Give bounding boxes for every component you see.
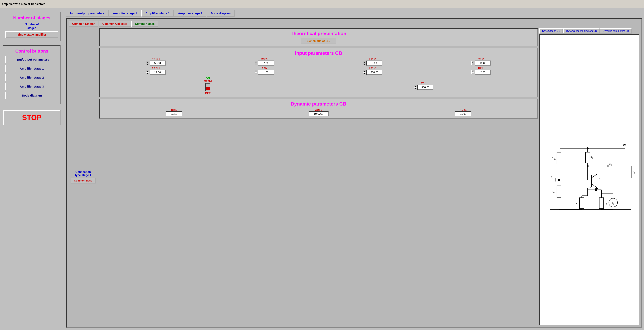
connection-value[interactable]: Common Base [70,178,96,184]
svg-text:C2: C2 [609,163,612,166]
param-h21b1-label: h21b1 [369,67,376,70]
input-params-title: Input parameters CB [102,50,534,56]
param-h11b1-label: h11b1 [369,57,376,60]
ftb1-down[interactable]: ▼ [414,87,417,89]
rb2b1-down[interactable]: ▼ [146,72,149,74]
h21b1-down[interactable]: ▼ [363,72,366,74]
rob1-input[interactable] [455,111,471,116]
svg-rect-37 [557,186,561,198]
param-rb2b1: RB2b1 ▲ ▼ [102,67,209,75]
center-area: Connectiontype stage 1 Common Base Theor… [68,28,538,326]
h21b1-input[interactable] [366,70,382,75]
param-rb2b1-label: RB2b1 [152,67,160,70]
h11b1-input[interactable] [366,60,382,65]
params-row2: RB2b1 ▲ ▼ [102,67,534,75]
rinb-input[interactable] [475,70,491,75]
svg-rect-41 [580,198,584,209]
tab-common-collector[interactable]: Common Collector [99,21,131,27]
h11b1-up[interactable]: ▲ [363,61,366,63]
toggle-switch[interactable] [206,83,210,91]
single-stage-button[interactable]: Single stage amplifier [6,31,58,38]
input-params-section: Input parameters CB RB1b1 ▲ ▼ [99,48,538,97]
tab-bode[interactable]: Bode diagram [206,10,234,16]
ftb1-input[interactable] [418,85,434,90]
rsb1-up[interactable]: ▲ [472,61,474,63]
tab-amp-stage2[interactable]: Amplifier stage 2 [142,10,174,16]
btn-amp-stage1[interactable]: Amplifier stage 1 [6,65,58,72]
rinb-up[interactable]: ▲ [472,70,474,72]
aub1-input[interactable] [308,111,328,116]
stop-button[interactable]: STOP [3,110,60,125]
switch-name: SWBb1 [204,80,212,83]
switch-row: ON SWBb1 OFF FTb1 [102,77,534,95]
btn-amp-stage2[interactable]: Amplifier stage 2 [6,74,58,81]
param-rb1b1-label: RB1b1 [152,57,160,60]
h11b1-down[interactable]: ▼ [363,63,366,65]
svg-point-64 [586,147,588,149]
rb1b1-down[interactable]: ▼ [146,63,149,65]
number-of-stages-title: Number of stages [6,15,58,20]
svg-text:RS: RS [632,171,635,174]
tab-amp-stage3[interactable]: Amplifier stage 3 [174,10,206,16]
btn-bode[interactable]: Bode diagram [6,92,58,99]
svg-rect-2 [557,152,561,164]
svg-rect-6 [586,152,590,163]
param-rcb1-label: RCb1 [261,57,268,60]
rb1b1-up[interactable]: ▲ [146,61,149,63]
svg-text:C3: C3 [590,186,593,189]
switch-container: ON SWBb1 OFF [204,77,212,95]
param-ftb1-label: FTb1 [420,82,427,85]
diagram-tab-dynamic-params[interactable]: Dynamic parameters CB [600,28,632,33]
svg-text:V⁺: V⁺ [623,144,626,147]
theoretical-section: Theoretical presentation Schematic of CB [99,28,538,46]
rsb1-down[interactable]: ▼ [472,63,474,65]
rinb-down[interactable]: ▼ [472,72,474,74]
svg-text:RC: RC [590,156,594,159]
reb-up[interactable]: ▲ [254,70,258,72]
param-h21b1: h21b1 ▲ ▼ [320,67,426,75]
param-rib1: RIb1 [102,108,245,116]
param-reb-label: REb [262,67,267,70]
rb1b1-input[interactable] [150,60,166,65]
svg-text:Rg: Rg [604,202,608,205]
btn-io-params[interactable]: Input/output parameters [6,56,58,63]
dynamic-params-grid: RIb1 AUb1 [102,108,534,116]
rb2b1-up[interactable]: ▲ [146,70,149,72]
btn-amp-stage3[interactable]: Amplifier stage 3 [6,83,58,90]
diagram-tab-dynamic[interactable]: Dynamic regime diagram CB [563,28,600,33]
top-tabs: Input/output parameters Amplifier stage … [66,10,642,16]
param-rinb: RINb ▲ ▼ [428,67,534,75]
rcb1-up[interactable]: ▲ [254,61,258,63]
param-aub1-label: AUb1 [315,108,322,111]
svg-text:RB1: RB1 [552,157,556,160]
left-panel: Number of stages Number ofstages Single … [0,8,64,330]
param-aub1: AUb1 [247,108,390,116]
left-content: Theoretical presentation Schematic of CB… [99,28,538,326]
reb-down[interactable]: ▼ [254,72,258,74]
reb-input[interactable] [258,70,274,75]
connection-type-box: Connectiontype stage 1 Common Base [68,28,98,326]
diagram-tab-schematic[interactable]: Schematic of CB [540,28,563,33]
param-rsb1: RSb1 ▲ ▼ [428,57,534,65]
rcb1-down[interactable]: ▼ [254,63,258,65]
schematic-button[interactable]: Schematic of CB [301,38,336,44]
svg-point-62 [558,179,560,181]
number-of-stages-section: Number of stages Number ofstages Single … [3,12,60,41]
svg-text:RE: RE [574,202,578,205]
rsb1-input[interactable] [475,60,491,65]
tab-amp-stage1[interactable]: Amplifier stage 1 [109,10,141,16]
switch-off-label: OFF [205,91,210,95]
control-buttons-title: Control buttons [6,48,58,54]
svg-text:eg: eg [612,202,614,205]
tab-common-base[interactable]: Common Base [132,21,158,27]
params-row1: RB1b1 ▲ ▼ [102,57,534,65]
rb2b1-input[interactable] [150,70,166,75]
rcb1-input[interactable] [258,60,274,65]
tab-common-emitter[interactable]: Common Emitter [68,21,98,27]
right-panel: Input/output parameters Amplifier stage … [64,8,644,330]
svg-text:T: T [598,177,600,181]
h21b1-up[interactable]: ▲ [363,70,366,72]
rib1-input[interactable] [166,111,182,116]
tab-io-params[interactable]: Input/output parameters [66,10,108,16]
ftb1-up[interactable]: ▲ [414,85,417,87]
